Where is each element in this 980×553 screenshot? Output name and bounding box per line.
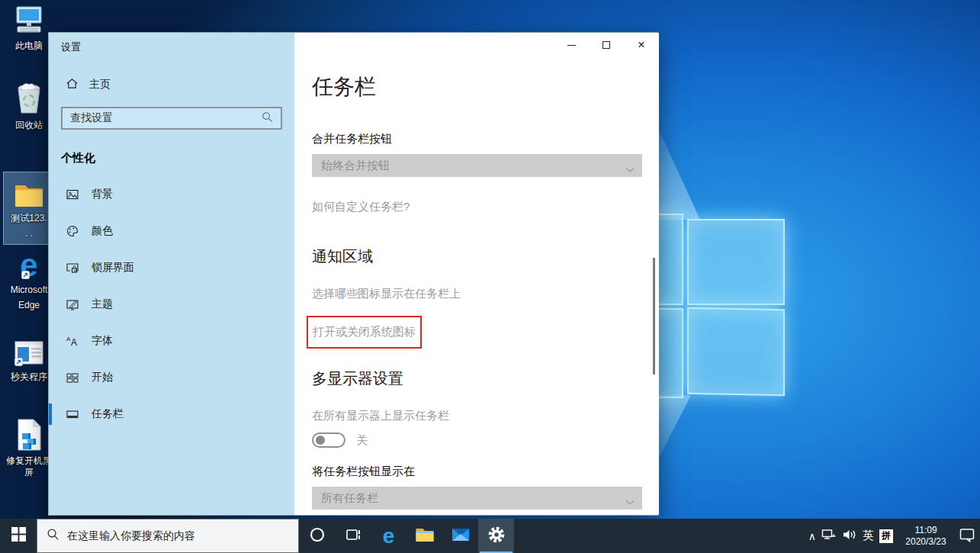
edge-taskbar-button[interactable]: e — [371, 519, 406, 553]
program-window-icon — [13, 334, 45, 368]
desktop-icon-label: 回收站 — [15, 120, 43, 131]
taskbar-icon — [66, 407, 79, 421]
sidebar-item-fonts[interactable]: AA 字体 — [49, 323, 294, 359]
minimize-button[interactable] — [554, 33, 589, 57]
toggle-knob — [316, 436, 325, 445]
start-button[interactable] — [0, 519, 37, 553]
task-view-button[interactable] — [335, 519, 371, 553]
windows-logo-pane — [687, 219, 785, 305]
taskbar-search-placeholder: 在这里输入你要搜索的内容 — [67, 529, 195, 543]
taskbar-search-input[interactable]: 在这里输入你要搜索的内容 — [37, 519, 299, 553]
search-icon — [47, 528, 59, 544]
combine-buttons-label: 合并任务栏按钮 — [312, 132, 642, 146]
show-buttons-on-dropdown[interactable]: 所有任务栏 — [312, 487, 642, 510]
cortana-button[interactable] — [299, 519, 335, 553]
settings-sidebar: 设置 主页 查找设置 个性化 背景 — [49, 33, 294, 515]
windows-start-icon — [11, 527, 26, 545]
task-view-icon — [344, 526, 362, 547]
desktop-icon-microsoft-edge[interactable]: e Microsoft Edge — [4, 247, 54, 311]
sidebar-item-label: 锁屏界面 — [92, 261, 134, 275]
sidebar-item-label: 颜色 — [92, 224, 113, 238]
settings-search-placeholder: 查找设置 — [70, 111, 262, 125]
desktop-icon-label: 秒关程序 — [11, 371, 47, 383]
search-icon — [262, 111, 273, 126]
settings-content-pane: × 任务栏 合并任务栏按钮 始终合并按钮 如何自定义任务栏? 通知区域 选择哪些… — [294, 33, 659, 515]
registry-file-icon — [15, 418, 43, 452]
fonts-icon: AA — [66, 334, 79, 348]
settings-taskbar-button[interactable] — [478, 519, 514, 553]
background-icon — [66, 188, 79, 201]
sidebar-item-themes[interactable]: 主题 — [49, 286, 294, 323]
show-buttons-on-label: 将任务栏按钮显示在 — [312, 465, 642, 479]
toggle-state-label: 关 — [356, 433, 368, 448]
windows-logo-pane — [687, 307, 785, 397]
maximize-icon — [602, 41, 610, 49]
recycle-bin-icon — [14, 82, 44, 116]
sidebar-item-label: 字体 — [92, 334, 113, 348]
customize-taskbar-link[interactable]: 如何自定义任务栏? — [312, 200, 642, 214]
combine-buttons-dropdown[interactable]: 始终合并按钮 — [312, 154, 642, 177]
volume-icon[interactable] — [842, 528, 857, 545]
shortcut-arrow-icon — [21, 268, 30, 282]
notification-area-header: 通知区域 — [312, 246, 642, 267]
window-title: 设置 — [49, 33, 294, 54]
folder-icon — [13, 175, 45, 209]
page-title: 任务栏 — [312, 72, 642, 101]
desktop-icon-fix-black-screen[interactable]: 修复开机黑屏 — [4, 418, 54, 478]
file-explorer-button[interactable] — [406, 519, 442, 553]
cortana-icon — [309, 526, 326, 546]
show-buttons-on-value: 所有任务栏 — [312, 491, 378, 504]
system-tray: ∧ 英 拼 11:09 2020/3/23 — [808, 519, 980, 553]
action-center-button[interactable] — [959, 527, 975, 545]
sidebar-item-colors[interactable]: 颜色 — [49, 213, 294, 249]
scrollbar-thumb[interactable] — [653, 258, 655, 375]
taskbar-spacer — [514, 519, 808, 553]
palette-icon — [66, 224, 79, 238]
desktop-icon-this-pc[interactable]: 此电脑 — [4, 3, 54, 52]
clock[interactable]: 11:09 2020/3/23 — [898, 525, 953, 548]
settings-search-input[interactable]: 查找设置 — [61, 107, 282, 130]
sidebar-item-start[interactable]: 开始 — [49, 359, 294, 396]
network-icon[interactable] — [821, 528, 837, 545]
chevron-down-icon — [625, 495, 635, 509]
mail-button[interactable] — [442, 519, 478, 553]
desktop-icon-label-line2: . . — [25, 228, 33, 240]
sidebar-item-home[interactable]: 主页 — [66, 77, 294, 92]
select-icons-link[interactable]: 选择哪些图标显示在任务栏上 — [312, 287, 642, 301]
desktop-icon-recycle-bin[interactable]: 回收站 — [4, 82, 54, 131]
start-layout-icon — [66, 371, 79, 384]
gear-icon — [487, 526, 506, 547]
shortcut-arrow-icon — [14, 355, 23, 369]
sidebar-home-label: 主页 — [89, 78, 111, 92]
edge-icon: e — [20, 247, 37, 281]
ime-language-indicator[interactable]: 英 — [863, 529, 874, 543]
home-icon — [66, 77, 79, 92]
sidebar-item-label: 主题 — [92, 297, 113, 311]
ime-mode-indicator[interactable]: 拼 — [879, 529, 893, 543]
edge-icon: e — [383, 526, 395, 546]
desktop-icon-label: Microsoft — [11, 285, 48, 296]
combine-buttons-value: 始终合并按钮 — [312, 159, 390, 172]
sidebar-item-taskbar[interactable]: 任务栏 — [49, 396, 294, 432]
system-icons-link[interactable]: 打开或关闭系统图标 — [313, 325, 416, 339]
sidebar-item-background[interactable]: 背景 — [49, 176, 294, 213]
desktop-icon-seconds-close[interactable]: 秒关程序 — [4, 334, 54, 383]
sidebar-item-lock-screen[interactable]: 锁屏界面 — [49, 249, 294, 286]
settings-window: 设置 主页 查找设置 个性化 背景 — [48, 32, 658, 516]
desktop-icon-test-folder[interactable]: 测试123. . . — [4, 172, 54, 244]
sidebar-nav: 背景 颜色 锁屏界面 — [49, 176, 294, 432]
minimize-icon — [567, 45, 576, 46]
sidebar-section-header: 个性化 — [61, 151, 294, 166]
sidebar-item-label: 任务栏 — [92, 407, 124, 421]
show-all-displays-toggle[interactable] — [312, 432, 345, 448]
desktop-icon-label: 测试123. — [11, 213, 47, 224]
show-all-displays-label: 在所有显示器上显示任务栏 — [312, 409, 642, 423]
annotation-red-box: 打开或关闭系统图标 — [307, 316, 422, 349]
desktop-icon-label: 此电脑 — [15, 40, 43, 52]
close-button[interactable]: × — [624, 33, 659, 57]
window-controls: × — [554, 33, 659, 57]
tray-chevron-button[interactable]: ∧ — [808, 530, 816, 542]
taskbar: 在这里输入你要搜索的内容 e — [0, 519, 980, 553]
file-explorer-icon — [415, 526, 435, 546]
maximize-button[interactable] — [589, 33, 624, 57]
